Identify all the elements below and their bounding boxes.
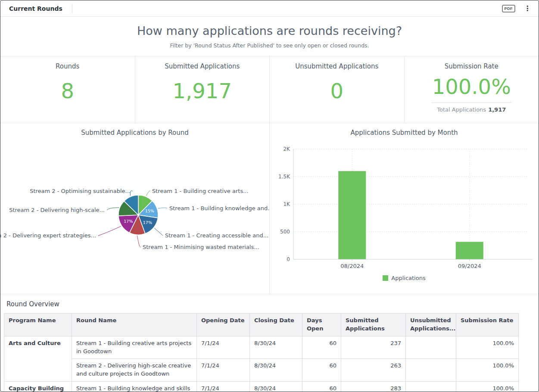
cell-round-name: Stream 1 - Building creative arts projec… (72, 336, 197, 359)
cell-submitted-applications: 237 (341, 336, 406, 359)
pie-slice-label: Stream 1 - Building creative arts... (152, 188, 249, 194)
dashboard-header: How many applications are rounds receivi… (0, 17, 539, 56)
cell-opening-date: 7/1/24 (197, 336, 250, 359)
section-title: Round Overview (4, 299, 535, 313)
cell-submitted-applications: 263 (341, 359, 406, 382)
y-tick-label: 2K (283, 146, 290, 152)
cell-days-open: 60 (302, 382, 341, 392)
pie-percent-label: 17% (143, 220, 152, 225)
column-header-opening-date: Opening Date (197, 314, 250, 336)
pie-slice-label: Stream 1 - Creating accessible and... (165, 232, 268, 239)
column-header-round-name: Round Name (72, 314, 197, 336)
legend-swatch (383, 275, 388, 281)
topbar-divider (72, 4, 72, 13)
bar-chart-title: Applications Submitted by Month (270, 123, 539, 137)
pie-slice-label: Stream 2 - Delivering expert strategies.… (0, 232, 96, 239)
bar-08/2024[interactable] (338, 171, 366, 259)
y-tick-label: 1.5K (278, 174, 290, 180)
cell-unsubmitted-applications (406, 336, 456, 359)
round-overview-section: Round Overview Program Name Round Name O… (0, 294, 539, 392)
report-tab-title: Current Rounds (0, 5, 72, 12)
pie-leader-line (98, 226, 121, 236)
legend-label: Applications (391, 275, 425, 281)
kpi-footnote: Total Applications1,917 (405, 106, 539, 113)
pie-slice-label: Stream 2 - Optimising sustainable... (30, 188, 131, 194)
cell-opening-date: 7/1/24 (197, 359, 250, 382)
column-header-program-name: Program Name (4, 314, 72, 336)
cell-unsubmitted-applications (406, 359, 456, 382)
table-row: Capacity Building GrantsStream 1 - Build… (4, 382, 519, 392)
bar-chart: 2K1.5K1K500008/202409/2024 (270, 140, 539, 273)
cell-days-open: 60 (302, 336, 341, 359)
cell-submission-rate: 100.0% (456, 359, 519, 382)
kpi-card-rounds: Rounds 8 (0, 56, 135, 123)
kpi-row: Rounds 8 Submitted Applications 1,917 Un… (0, 56, 539, 123)
cell-submitted-applications: 283 (341, 382, 406, 392)
pie-leader-line (137, 236, 140, 247)
dashboard-page: Current Rounds PDF ⋮ How many applicatio… (0, 0, 539, 392)
column-header-submitted-applications: Submitted Applications (341, 314, 406, 336)
kpi-label: Rounds (0, 62, 135, 70)
kpi-footnote-label: Total Applications (437, 106, 486, 113)
topbar: Current Rounds PDF ⋮ (0, 0, 539, 17)
round-overview-table: Program Name Round Name Opening Date Clo… (4, 313, 519, 392)
column-header-unsubmitted-applications: Unsubmitted Applications... (406, 314, 456, 336)
cell-submission-rate: 100.0% (456, 336, 519, 359)
kpi-value: 0 (270, 79, 404, 103)
x-tick-label: 08/2024 (340, 263, 364, 269)
kpi-card-unsubmitted-applications: Unsubmitted Applications 0 (270, 56, 405, 123)
pie-slice-label: Stream 1 - Minimising wasted materials..… (143, 244, 259, 250)
cell-program-name: Capacity Building Grants (4, 382, 72, 392)
cell-unsubmitted-applications (406, 382, 456, 392)
topbar-actions: PDF ⋮ (502, 5, 539, 12)
pie-chart-panel: Submitted Applications by Round Stream 1… (0, 123, 270, 294)
bar-09/2024[interactable] (456, 242, 483, 259)
cell-closing-date: 8/30/24 (250, 382, 302, 392)
kpi-value: 100.0% (405, 75, 539, 99)
cell-opening-date: 7/1/24 (197, 382, 250, 392)
pie-leader-line (146, 191, 150, 196)
pie-leader-line (107, 208, 119, 210)
kpi-divider (432, 103, 511, 103)
table-row: Stream 2 - Delivering high-scale creativ… (4, 359, 519, 382)
cell-closing-date: 8/30/24 (250, 336, 302, 359)
cell-submission-rate: 100.0% (456, 382, 519, 392)
cell-program-name: Arts and Culture (4, 336, 72, 381)
kpi-label: Unsubmitted Applications (270, 62, 404, 70)
column-header-days-open: Days Open (302, 314, 341, 336)
kpi-label: Submission Rate (405, 62, 539, 70)
column-header-submission-rate: Submission Rate (456, 314, 519, 336)
page-subtitle: Filter by 'Round Status After Published'… (0, 42, 539, 49)
kpi-card-submission-rate: Submission Rate 100.0% Total Application… (405, 56, 539, 123)
kpi-value: 1,917 (135, 79, 270, 103)
pie-chart-title: Submitted Applications by Round (0, 123, 269, 137)
page-title: How many applications are rounds receivi… (0, 17, 539, 37)
pie-chart: Stream 1 - Building creative arts...Stre… (0, 140, 270, 292)
kpi-card-submitted-applications: Submitted Applications 1,917 (135, 56, 270, 123)
y-tick-label: 500 (280, 229, 290, 235)
kpi-label: Submitted Applications (135, 62, 270, 70)
pie-slice-label: Stream 1 - Building knowledge and... (169, 205, 270, 212)
pdf-export-button[interactable]: PDF (502, 5, 516, 12)
cell-closing-date: 8/30/24 (250, 359, 302, 382)
cell-round-name: Stream 2 - Delivering high-scale creativ… (72, 359, 197, 382)
pie-percent-label: 17% (124, 219, 133, 224)
x-tick-label: 09/2024 (458, 263, 481, 269)
kpi-footnote-value: 1,917 (488, 106, 506, 113)
pie-leader-line (130, 190, 133, 196)
pie-slice-label: Stream 2 - Delivering high-scale... (9, 207, 105, 213)
pie-percent-label: 15% (145, 208, 154, 213)
charts-row: Submitted Applications by Round Stream 1… (0, 123, 539, 294)
cell-round-name: Stream 1 - Building knowledge and skills… (72, 382, 197, 392)
table-row: Arts and CultureStream 1 - Building crea… (4, 336, 519, 359)
bar-chart-legend[interactable]: Applications (270, 275, 539, 281)
pie-leader-line (158, 208, 167, 208)
column-header-closing-date: Closing Date (250, 314, 302, 336)
y-tick-label: 1K (283, 201, 290, 207)
cell-days-open: 60 (302, 359, 341, 382)
pie-leader-line (154, 228, 163, 236)
kebab-menu-icon[interactable]: ⋮ (524, 5, 531, 12)
table-header-row: Program Name Round Name Opening Date Clo… (4, 314, 519, 336)
bar-chart-panel: Applications Submitted by Month 2K1.5K1K… (270, 123, 539, 294)
kpi-value: 8 (0, 79, 135, 103)
